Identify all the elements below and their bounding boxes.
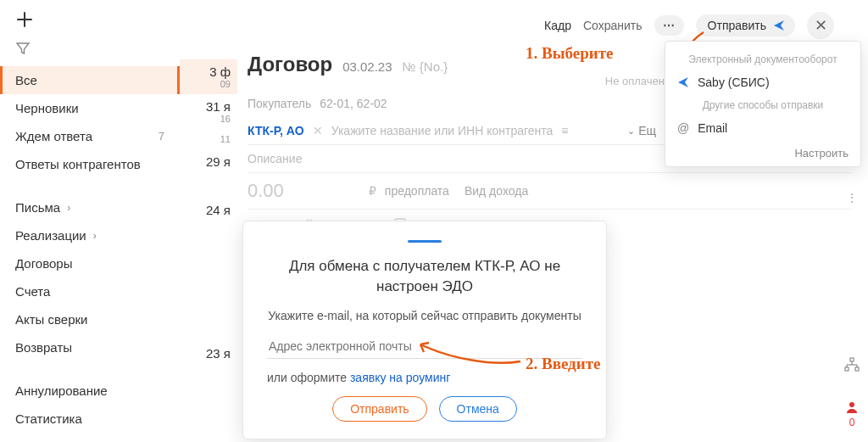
income-link[interactable]: Вид дохода xyxy=(465,184,528,198)
clear-icon[interactable]: ✕ xyxy=(313,124,323,137)
svg-point-4 xyxy=(849,402,854,407)
roaming-link[interactable]: заявку на роуминг xyxy=(350,371,450,384)
send-menu-email[interactable]: @ Email xyxy=(665,115,860,142)
more-button[interactable]: ⋯ xyxy=(654,15,684,36)
funnel-icon[interactable] xyxy=(15,41,164,56)
dialog-accent xyxy=(408,240,442,243)
svg-rect-2 xyxy=(845,367,849,371)
configure-link[interactable]: Настроить xyxy=(665,142,860,159)
currency-label: ₽ xyxy=(369,184,376,198)
badge-count: 0 xyxy=(845,417,859,428)
nav-stats[interactable]: Статистика xyxy=(0,405,180,433)
buyer-label: Покупатель xyxy=(248,97,311,110)
dialog-cancel-button[interactable]: Отмена xyxy=(439,396,517,422)
kadr-link[interactable]: Кадр xyxy=(544,19,571,32)
doc-num: № {No.} xyxy=(403,59,448,74)
date-item[interactable]: 11 xyxy=(180,129,239,149)
left-sidebar: Все Черновики Ждем ответа7 Ответы контра… xyxy=(0,0,180,442)
plus-icon[interactable] xyxy=(15,10,34,29)
dialog-send-button[interactable]: Отправить xyxy=(332,396,426,422)
nav-annul[interactable]: Аннулирование xyxy=(0,377,180,405)
send-menu-section: Другие способы отправки xyxy=(665,96,860,115)
date-item[interactable]: 24 я xyxy=(180,198,239,222)
nav-awaiting[interactable]: Ждем ответа7 xyxy=(0,122,180,150)
description-input[interactable]: Описание xyxy=(248,152,302,165)
nav-returns[interactable]: Возвраты xyxy=(0,333,180,361)
date-item[interactable]: 31 я16 xyxy=(180,94,239,129)
date-item[interactable]: 23 я xyxy=(180,341,239,366)
amount-input[interactable]: 0.00 xyxy=(248,180,284,202)
send-icon xyxy=(773,20,785,31)
nav-letters[interactable]: Письма› xyxy=(0,193,180,221)
hierarchy-icon[interactable] xyxy=(844,357,860,375)
nav-drafts[interactable]: Черновики xyxy=(0,94,180,122)
contragent-input[interactable]: Укажите название или ИНН контрагента xyxy=(331,124,554,137)
send-menu-section: Электронный документооборот xyxy=(665,50,860,69)
nav-contracts[interactable]: Договоры xyxy=(0,249,180,277)
dialog-subtitle: Укажите e-mail, на который сейчас отправ… xyxy=(267,309,582,322)
nav-all[interactable]: Все xyxy=(0,66,180,94)
doc-date: 03.02.23 xyxy=(342,59,392,74)
email-input[interactable] xyxy=(267,334,582,359)
nav-realizations[interactable]: Реализации› xyxy=(0,221,180,249)
doc-status: Не оплачен xyxy=(605,75,665,87)
nav-acts[interactable]: Акты сверки xyxy=(0,305,180,333)
dialog-title: Для обмена с получателем КТК-Р, АО не на… xyxy=(267,256,582,297)
prepay-link[interactable]: предоплата xyxy=(385,184,449,198)
buyer-codes: 62-01, 62-02 xyxy=(320,97,387,110)
date-rail: 3 ф09 31 я16 11 29 я 24 я 23 я xyxy=(180,59,239,366)
date-item[interactable]: 29 я xyxy=(180,149,239,174)
person-icon[interactable] xyxy=(845,403,859,417)
dialog-or-line: или оформите заявку на роуминг xyxy=(267,371,582,384)
contragent-name[interactable]: КТК-Р, АО xyxy=(248,124,304,137)
nav-responses[interactable]: Ответы контрагентов xyxy=(0,150,180,178)
svg-rect-3 xyxy=(855,367,859,371)
more-toggle[interactable]: ⌄Ещ xyxy=(627,124,656,137)
save-link[interactable]: Сохранить xyxy=(583,19,643,32)
send-button[interactable]: Отправить xyxy=(696,14,795,36)
kebab-icon[interactable]: ⋮ xyxy=(846,191,858,204)
svg-rect-1 xyxy=(850,358,854,361)
email-dialog: Для обмена с получателем КТК-Р, АО не на… xyxy=(242,221,607,439)
send-dropdown: Электронный документооборот Saby (СБИС) … xyxy=(665,41,861,167)
send-icon xyxy=(677,76,689,88)
right-toolbar: ⋮ 0 0 xyxy=(839,149,865,442)
close-button[interactable]: ✕ xyxy=(807,12,834,39)
send-menu-saby[interactable]: Saby (СБИС) xyxy=(665,69,860,96)
list-icon[interactable]: ≡ xyxy=(561,124,568,137)
nav-invoices[interactable]: Счета xyxy=(0,277,180,305)
at-icon: @ xyxy=(677,121,689,135)
date-item[interactable]: 3 ф09 xyxy=(180,59,239,94)
doc-title: Договор xyxy=(248,53,332,76)
